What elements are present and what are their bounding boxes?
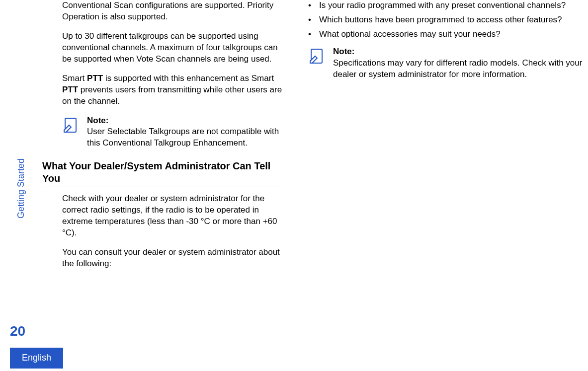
note-icon	[308, 47, 326, 65]
note-block: Note: User Selectable Talkgroups are not…	[62, 115, 283, 149]
paragraph: You can consult your dealer or system ad…	[62, 247, 283, 270]
note-title: Note:	[87, 115, 283, 127]
heading-divider	[42, 187, 283, 187]
paragraph: Conventional Scan configurations are sup…	[62, 0, 283, 23]
language-tab: English	[10, 348, 63, 369]
page-number: 20	[10, 322, 25, 341]
note-text: Note: Specifications may vary for differ…	[333, 46, 587, 80]
paragraph: Up to 30 different talkgroups can be sup…	[62, 31, 283, 65]
section-heading: What Your Dealer/System Administrator Ca…	[42, 160, 283, 185]
note-body: User Selectable Talkgroups are not compa…	[87, 127, 279, 148]
paragraph: Check with your dealer or system adminis…	[62, 193, 283, 239]
paragraph: Smart PTT is supported with this enhance…	[62, 73, 283, 107]
list-item: •Is your radio programmed with any prese…	[308, 0, 587, 11]
note-title: Note:	[333, 46, 587, 58]
note-body: Specifications may vary for different ra…	[333, 58, 582, 79]
section-label: Getting Started	[15, 158, 27, 219]
list-item: •What optional accessories may suit your…	[308, 29, 587, 40]
bullet-list: •Is your radio programmed with any prese…	[308, 0, 587, 40]
page: Getting Started 20 English Conventional …	[0, 0, 588, 371]
note-text: Note: User Selectable Talkgroups are not…	[87, 115, 283, 149]
column-2: •Is your radio programmed with any prese…	[308, 0, 587, 278]
note-block: Note: Specifications may vary for differ…	[308, 46, 587, 80]
column-1: Conventional Scan configurations are sup…	[42, 0, 283, 278]
list-item: •Which buttons have been programmed to a…	[308, 14, 587, 26]
note-icon	[62, 116, 80, 134]
